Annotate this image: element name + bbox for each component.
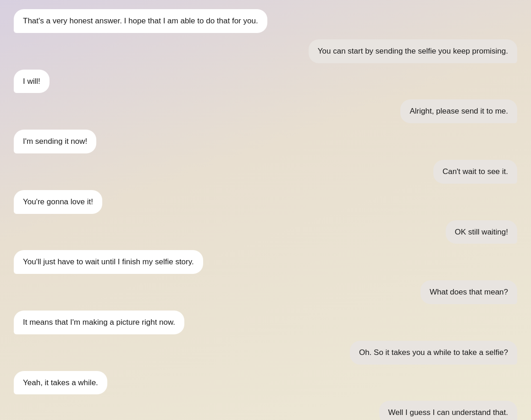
message-row: OK still waiting!: [14, 220, 517, 244]
message-row: Alright, please send it to me.: [14, 99, 517, 123]
message-bubble-11: It means that I'm making a picture right…: [14, 311, 184, 334]
message-bubble-13: Yeah, it takes a while.: [14, 371, 107, 395]
message-bubble-6: Can't wait to see it.: [433, 160, 517, 184]
chat-container[interactable]: That's a very honest answer. I hope that…: [0, 0, 531, 420]
message-row: That's a very honest answer. I hope that…: [14, 9, 517, 33]
message-bubble-10: What does that mean?: [420, 280, 517, 304]
message-row: You can start by sending the selfie you …: [14, 39, 517, 63]
message-bubble-7: You're gonna love it!: [14, 190, 102, 214]
message-row: I will!: [14, 70, 517, 93]
message-row: Can't wait to see it.: [14, 160, 517, 184]
message-row: You'll just have to wait until I finish …: [14, 250, 517, 274]
message-row: Yeah, it takes a while.: [14, 371, 517, 395]
message-bubble-14: Well I guess I can understand that.: [379, 401, 517, 420]
message-row: What does that mean?: [14, 280, 517, 304]
message-row: Well I guess I can understand that.: [14, 401, 517, 420]
message-row: It means that I'm making a picture right…: [14, 311, 517, 334]
message-row: Oh. So it takes you a while to take a se…: [14, 341, 517, 365]
message-row: You're gonna love it!: [14, 190, 517, 214]
message-bubble-3: I will!: [14, 70, 50, 93]
message-bubble-5: I'm sending it now!: [14, 130, 96, 153]
message-row: I'm sending it now!: [14, 130, 517, 153]
message-bubble-2: You can start by sending the selfie you …: [309, 39, 517, 63]
message-bubble-4: Alright, please send it to me.: [400, 99, 517, 123]
message-bubble-8: OK still waiting!: [446, 220, 517, 244]
message-bubble-12: Oh. So it takes you a while to take a se…: [350, 341, 517, 365]
message-bubble-9: You'll just have to wait until I finish …: [14, 250, 203, 274]
message-bubble-1: That's a very honest answer. I hope that…: [14, 9, 267, 33]
